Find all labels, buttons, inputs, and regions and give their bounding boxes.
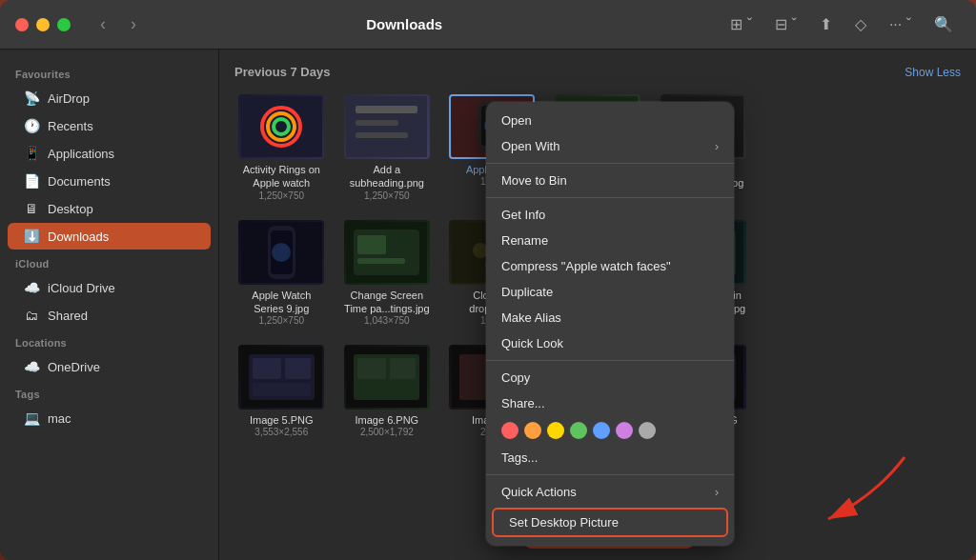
- file-name: Activity Rings on Apple watch: [238, 163, 324, 190]
- mac-icon: 💻: [23, 410, 40, 427]
- color-dot-green[interactable]: [570, 422, 587, 439]
- airdrop-icon: 📡: [23, 90, 40, 107]
- open-label: Open: [501, 113, 532, 128]
- file-name: Image 6.PNG: [356, 413, 419, 427]
- file-name: Add a subheading.png: [344, 163, 430, 190]
- tags-label: Tags: [0, 381, 218, 404]
- separator: [486, 474, 734, 475]
- maximize-button[interactable]: [57, 18, 71, 31]
- context-menu-rename[interactable]: Rename: [486, 228, 734, 253]
- sidebar-item-label: Downloads: [48, 230, 109, 244]
- context-menu-share[interactable]: Share...: [486, 390, 734, 416]
- sidebar-item-label: OneDrive: [48, 360, 100, 374]
- file-thumbnail: [344, 220, 430, 285]
- svg-rect-6: [356, 120, 398, 126]
- quick-actions-label: Quick Actions: [501, 485, 577, 499]
- sidebar-item-label: Desktop: [48, 202, 93, 216]
- color-dot-blue[interactable]: [593, 422, 610, 439]
- sidebar-item-applications[interactable]: 📱 Applications: [8, 140, 211, 167]
- copy-label: Copy: [501, 370, 530, 385]
- context-menu-move-to-bin[interactable]: Move to Bin: [486, 168, 734, 193]
- open-with-label: Open With: [501, 139, 559, 153]
- context-menu-tags[interactable]: Tags...: [486, 445, 734, 470]
- sidebar-item-desktop[interactable]: 🖥 Desktop: [8, 195, 211, 222]
- sidebar-item-downloads[interactable]: ⬇️ Downloads: [8, 223, 211, 250]
- file-name: Change Screen Time pa...tings.jpg: [344, 289, 430, 316]
- file-item[interactable]: Image 5.PNG 3,553×2,556: [234, 341, 329, 441]
- sidebar-item-label: Documents: [48, 174, 111, 189]
- sidebar-item-airdrop[interactable]: 📡 AirDrop: [8, 85, 211, 111]
- recents-icon: 🕐: [23, 117, 40, 134]
- context-menu-compress[interactable]: Compress "Apple watch faces": [486, 253, 734, 279]
- sidebar-item-icloud-drive[interactable]: ☁️ iCloud Drive: [8, 274, 211, 301]
- context-menu-get-info[interactable]: Get Info: [486, 202, 734, 228]
- file-thumbnail: [238, 345, 324, 410]
- sidebar-item-recents[interactable]: 🕐 Recents: [8, 112, 211, 139]
- thumb-preview: [238, 94, 324, 159]
- context-menu-make-alias[interactable]: Make Alias: [486, 305, 734, 330]
- sidebar: Favourites 📡 AirDrop 🕐 Recents 📱 Applica…: [0, 50, 219, 560]
- separator: [486, 360, 734, 361]
- sidebar-item-onedrive[interactable]: ☁️ OneDrive: [8, 353, 211, 380]
- context-menu-open-with[interactable]: Open With ›: [486, 133, 734, 159]
- downloads-icon: ⬇️: [23, 228, 40, 245]
- icloud-drive-icon: ☁️: [23, 279, 40, 296]
- submenu-arrow-icon: ›: [715, 486, 719, 499]
- color-dot-purple[interactable]: [616, 422, 633, 439]
- sidebar-item-label: iCloud Drive: [48, 281, 115, 295]
- favourites-label: Favourites: [0, 61, 218, 84]
- search-button[interactable]: 🔍: [926, 11, 961, 37]
- file-item[interactable]: Activity Rings on Apple watch 1,250×750: [234, 90, 329, 205]
- sidebar-item-mac[interactable]: 💻 mac: [8, 405, 211, 431]
- minimize-button[interactable]: [36, 18, 50, 31]
- context-menu-copy[interactable]: Copy: [486, 365, 734, 390]
- shared-icon: 🗂: [23, 307, 40, 324]
- svg-rect-42: [253, 383, 311, 396]
- toolbar-right: ⊞ ˇ ⊟ ˇ ⬆ ◇ ··· ˇ 🔍: [722, 11, 961, 37]
- file-item[interactable]: Image 6.PNG 2,500×1,792: [340, 341, 435, 441]
- context-menu-quick-actions[interactable]: Quick Actions ›: [486, 479, 734, 505]
- context-menu-open[interactable]: Open: [486, 108, 734, 133]
- traffic-lights: [15, 18, 71, 31]
- move-to-bin-label: Move to Bin: [501, 173, 567, 188]
- svg-rect-46: [390, 358, 416, 379]
- file-size: 1,250×750: [259, 190, 305, 201]
- more-button[interactable]: ··· ˇ: [882, 12, 919, 37]
- view-grid-button[interactable]: ⊞ ˇ: [722, 11, 760, 37]
- file-item[interactable]: Add a subheading.png 1,250×750: [340, 90, 435, 205]
- sidebar-item-shared[interactable]: 🗂 Shared: [8, 302, 211, 329]
- color-dot-yellow[interactable]: [547, 422, 564, 439]
- context-menu-duplicate[interactable]: Duplicate: [486, 279, 734, 305]
- context-menu-quick-look[interactable]: Quick Look: [486, 330, 734, 356]
- submenu-arrow-icon: ›: [715, 140, 719, 153]
- section-title: Previous 7 Days: [234, 65, 330, 79]
- file-size: 2,500×1,792: [360, 427, 414, 437]
- color-dot-gray[interactable]: [639, 422, 656, 439]
- make-alias-label: Make Alias: [501, 310, 561, 325]
- sidebar-item-label: Recents: [48, 119, 93, 133]
- context-menu-set-desktop[interactable]: Set Desktop Picture: [494, 510, 726, 535]
- share-label: Share...: [501, 396, 545, 410]
- compress-label: Compress "Apple watch faces": [501, 259, 671, 273]
- sidebar-item-documents[interactable]: 📄 Documents: [8, 168, 211, 194]
- color-dot-red[interactable]: [501, 422, 518, 439]
- icloud-label: iCloud: [0, 250, 218, 273]
- svg-rect-25: [357, 235, 386, 254]
- onedrive-icon: ☁️: [23, 358, 40, 375]
- documents-icon: 📄: [23, 172, 40, 190]
- view-apps-button[interactable]: ⊟ ˇ: [767, 11, 804, 37]
- thumb-preview: [344, 345, 430, 410]
- svg-rect-4: [346, 96, 427, 157]
- file-item[interactable]: Change Screen Time pa...tings.jpg 1,043×…: [340, 216, 435, 330]
- share-button[interactable]: ⬆: [812, 11, 840, 37]
- tag-button[interactable]: ◇: [847, 11, 874, 37]
- sidebar-item-label: mac: [48, 411, 71, 426]
- thumb-preview: [344, 220, 430, 285]
- main-layout: Favourites 📡 AirDrop 🕐 Recents 📱 Applica…: [0, 50, 976, 560]
- separator: [486, 197, 734, 198]
- close-button[interactable]: [15, 18, 29, 31]
- file-item[interactable]: Apple Watch Series 9.jpg 1,250×750: [234, 216, 329, 330]
- show-less-button[interactable]: Show Less: [905, 66, 961, 79]
- color-dot-orange[interactable]: [524, 422, 541, 439]
- arrow-annotation: [800, 448, 924, 533]
